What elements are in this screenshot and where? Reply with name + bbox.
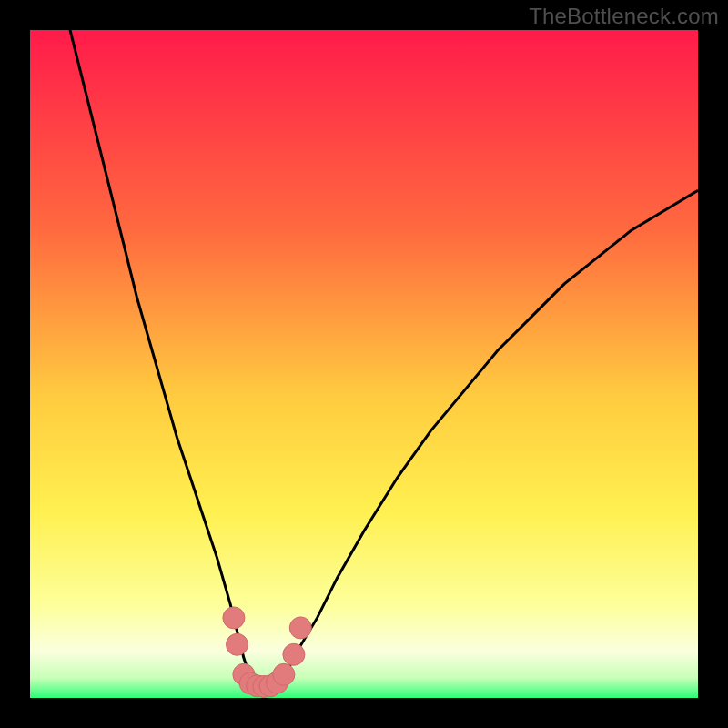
curve-marker — [273, 663, 295, 685]
curve-marker — [227, 633, 248, 655]
plot-area — [30, 30, 698, 698]
curve-marker — [289, 617, 311, 639]
watermark-text: TheBottleneck.com — [529, 4, 719, 29]
chart-svg — [30, 30, 698, 698]
curve-marker — [283, 643, 305, 665]
outer-black-frame: TheBottleneck.com — [0, 0, 728, 728]
curve-marker — [223, 607, 245, 629]
gradient-background — [30, 30, 698, 698]
